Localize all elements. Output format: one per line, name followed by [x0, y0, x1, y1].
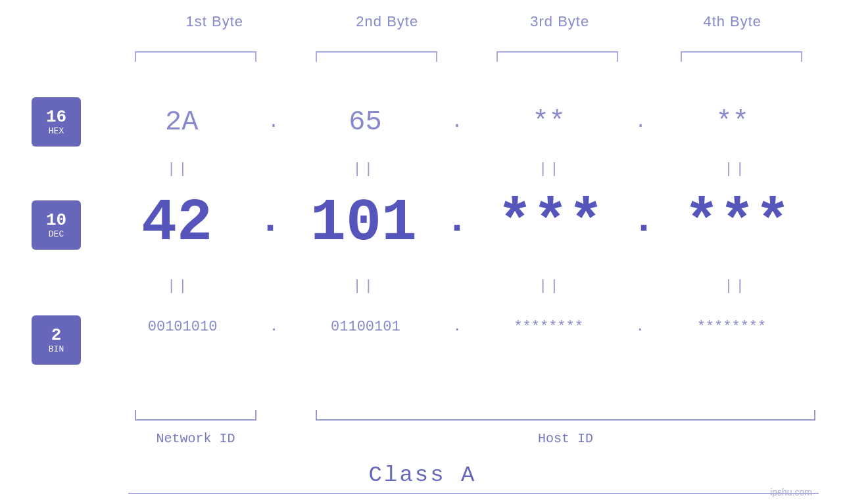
eq1-b4: || — [653, 161, 819, 177]
dec-b4: *** — [656, 190, 819, 257]
eq2-b1: || — [95, 278, 262, 294]
top-bracket-3 — [496, 51, 618, 62]
hex-b1: 2A — [95, 106, 268, 138]
host-id-label: Host ID — [316, 431, 815, 446]
bin-b2: 01100101 — [278, 319, 452, 335]
host-bracket — [316, 410, 815, 421]
hex-dot2: . — [452, 112, 463, 132]
bin-dot3: . — [636, 319, 644, 335]
bin-b3: ******** — [462, 319, 636, 335]
eq1-b2: || — [281, 161, 448, 177]
dec-dot1: . — [258, 198, 282, 249]
bin-dot2: . — [452, 319, 461, 335]
top-bracket-2 — [316, 51, 437, 62]
header-byte3: 3rd Byte — [473, 13, 646, 30]
top-bracket-4 — [681, 51, 802, 62]
watermark: ipshu.com — [770, 487, 812, 497]
badge-bin: 2 BIN — [32, 315, 81, 365]
badge-dec: 10 DEC — [32, 200, 81, 309]
byte-headers: 1st Byte 2nd Byte 3rd Byte 4th Byte — [128, 13, 819, 30]
class-label: Class A — [0, 463, 845, 488]
eq1-b1: || — [95, 161, 262, 177]
bin-dot1: . — [270, 319, 278, 335]
equals-row-1: || || || || — [95, 156, 819, 182]
dec-dot3: . — [632, 198, 656, 249]
dec-b1: 42 — [95, 190, 258, 257]
network-id-label: Network ID — [135, 431, 256, 446]
bin-b1: 00101010 — [95, 319, 270, 335]
eq2-b3: || — [467, 278, 633, 294]
dec-dot2: . — [445, 198, 469, 249]
bin-row: 00101010 . 01100101 . ******** . *******… — [95, 306, 819, 348]
hex-b2: 65 — [279, 106, 451, 138]
eq2-b2: || — [281, 278, 448, 294]
hex-dot3: . — [635, 112, 646, 132]
dec-b3: *** — [469, 190, 632, 257]
header-byte2: 2nd Byte — [301, 13, 474, 30]
header-byte1: 1st Byte — [128, 13, 301, 30]
hex-b4: ** — [646, 106, 819, 138]
hex-dot1: . — [268, 112, 279, 132]
dec-b2: 101 — [282, 190, 445, 257]
eq1-b3: || — [467, 161, 633, 177]
eq2-b4: || — [653, 278, 819, 294]
equals-row-2: || || || || — [95, 273, 819, 299]
main-container: 1st Byte 2nd Byte 3rd Byte 4th Byte 16 H… — [0, 0, 845, 504]
full-bracket — [128, 493, 819, 494]
hex-b3: ** — [462, 106, 635, 138]
badge-hex: 16 HEX — [32, 97, 81, 206]
header-byte4: 4th Byte — [646, 13, 819, 30]
top-bracket-1 — [135, 51, 256, 62]
dec-row: 42 . 101 . *** . *** — [95, 187, 819, 260]
hex-row: 2A . 65 . ** . ** — [95, 97, 819, 147]
network-bracket — [135, 410, 256, 421]
bin-b4: ******** — [644, 319, 819, 335]
